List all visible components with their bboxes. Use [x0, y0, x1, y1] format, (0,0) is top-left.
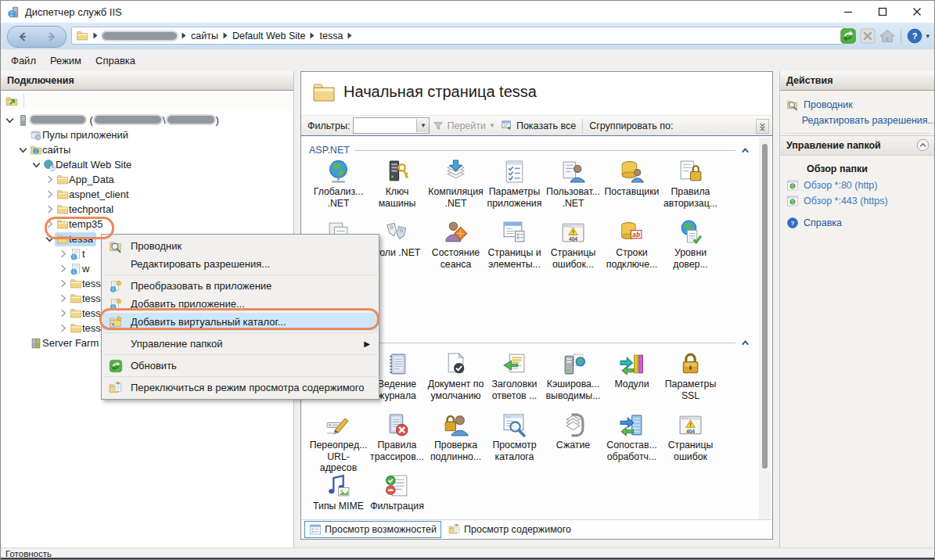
chevron-right-icon[interactable] [57, 248, 69, 260]
feature-resp-headers[interactable]: Заголовкиответов ... [485, 351, 544, 411]
feature-modules[interactable]: Модули [602, 351, 661, 411]
chevron-down-icon[interactable] [44, 233, 56, 245]
close-button[interactable] [900, 1, 934, 23]
feature-default-doc[interactable]: Документ поумолчанию [426, 351, 485, 411]
feature-authentication[interactable]: Проверкаподлинно... [426, 412, 485, 472]
help-dropdown-icon[interactable]: ▾ [926, 32, 930, 40]
feature-tracing[interactable]: Правилатрассиров... [368, 412, 426, 472]
minimize-button[interactable] [831, 1, 865, 23]
go-button[interactable]: Перейти [447, 120, 486, 131]
action-browse-80[interactable]: Обзор *:80 (http) [780, 178, 935, 193]
feature-ssl[interactable]: ПараметрыSSL [661, 351, 720, 411]
menu-справка[interactable]: Справка [88, 52, 142, 70]
collapse-section-icon[interactable] [740, 338, 750, 348]
expand-toolbar-icon[interactable] [756, 119, 769, 134]
back-icon[interactable] [16, 31, 29, 43]
tree-item-default-web-site[interactable]: ?Default Web Site [1, 157, 293, 172]
collapse-circle-icon[interactable] [916, 138, 930, 152]
forward-icon[interactable] [45, 31, 58, 43]
compilation-icon [443, 159, 469, 185]
feature-handler-mappings[interactable]: Сопостав...обработч... [602, 412, 661, 472]
vertical-scrollbar[interactable] [759, 138, 771, 519]
menu-item-switch-to-content-view[interactable]: Переключиться в режим просмотра содержим… [102, 379, 378, 397]
feature-globalization[interactable]: Глобализ....NET [309, 159, 368, 218]
tree-item-label: temp35 [69, 218, 102, 230]
chevron-right-icon[interactable] [44, 174, 56, 185]
scrollbar-thumb[interactable] [762, 144, 768, 468]
feature-dir-browsing[interactable]: Просмотркаталога [485, 412, 544, 472]
menu-item-explorer[interactable]: Проводник [102, 237, 378, 255]
feature-error-pages[interactable]: 404Страницыошибок [661, 412, 720, 472]
feature-compilation[interactable]: Компиляция.NET [426, 159, 485, 218]
feature-app-settings[interactable]: Параметрыприложения [485, 159, 544, 218]
menu-item-manage-folder[interactable]: Управление папкой▶ [102, 335, 378, 353]
tab-features-view[interactable]: Просмотр возможностей [304, 521, 441, 538]
menu-item-refresh[interactable]: Обновить [102, 357, 378, 375]
chevron-right-icon[interactable] [57, 263, 69, 275]
tree-item-techportal[interactable]: techportal [1, 202, 293, 217]
chevron-down-icon[interactable] [17, 144, 29, 156]
menu-item-add-application[interactable]: Добавить приложение... [102, 295, 378, 313]
chevron-down-icon[interactable] [31, 159, 42, 171]
tree-item-sites[interactable]: сайты [1, 142, 293, 157]
create-connection-icon[interactable] [5, 94, 19, 108]
breadcrumb[interactable]: сайтыDefault Web Sitetessa [71, 27, 844, 45]
chevron-right-icon[interactable] [44, 188, 56, 200]
feature-trust-levels[interactable]: Уровнидовер... [661, 220, 720, 279]
menu-item-edit-permissions[interactable]: Редактировать разрешения... [102, 255, 378, 273]
breadcrumb-item[interactable]: сайты [191, 31, 218, 41]
feature-auth-rules[interactable]: Правилаавторизац... [661, 159, 720, 218]
chevron-right-icon[interactable] [57, 322, 69, 334]
help-icon[interactable]: ? [906, 27, 923, 45]
breadcrumb-item[interactable]: tessa [319, 31, 343, 41]
feature-label: Типы MIME [313, 501, 364, 512]
tree-item-server[interactable]: (\) [1, 113, 293, 127]
filter-input[interactable]: ▼ [353, 117, 430, 134]
action-edit-permissions[interactable]: Редактировать разрешения... [780, 113, 935, 128]
compression-icon [560, 412, 586, 438]
refresh-icon[interactable] [840, 27, 857, 45]
conn-strings-icon: ab [619, 220, 645, 246]
chevron-right-icon[interactable] [57, 307, 69, 319]
feature-conn-strings[interactable]: abСтрокиподключе... [602, 220, 661, 279]
home-icon[interactable] [879, 27, 896, 45]
menu-режим[interactable]: Режим [43, 52, 88, 70]
chevron-right-icon[interactable] [44, 203, 56, 215]
tree-item-app-pools[interactable]: Пулы приложений [1, 127, 293, 142]
feature-net-error-pages[interactable]: 404Страницыошибок... [544, 220, 602, 279]
action-explorer[interactable]: Проводник [780, 97, 935, 113]
action-help[interactable]: ?Справка [780, 215, 935, 231]
maximize-button[interactable] [865, 1, 900, 23]
menu-файл[interactable]: Файл [4, 52, 43, 70]
show-all-button[interactable]: Показать все [516, 120, 576, 131]
chevron-down-icon[interactable] [4, 114, 16, 126]
menu-item-convert-to-application[interactable]: Преобразовать в приложение [102, 277, 378, 295]
feature-machine-key[interactable]: Ключмашины [368, 159, 426, 218]
feature-providers[interactable]: Поставщики [602, 159, 661, 218]
collapse-section-icon[interactable] [740, 145, 750, 156]
help-link-label: Справка [804, 217, 842, 228]
tree-item-temp35[interactable]: temp35 [1, 217, 293, 232]
chevron-right-icon[interactable] [44, 218, 56, 230]
chevron-right-icon[interactable] [57, 278, 69, 289]
section-header-aspnet: ASP.NET [309, 143, 750, 157]
menu-item-add-virtual-directory[interactable]: Добавить виртуальный каталог... [102, 313, 378, 331]
feature-request-filtering[interactable]: Фильтрация [368, 473, 426, 520]
tab-content-view[interactable]: Просмотр содержимого [444, 522, 575, 537]
feature-output-caching[interactable]: Кэширова...выводимы... [544, 351, 602, 411]
feature-net-users[interactable]: Пользоват....NET [544, 159, 602, 218]
feature-mime-types[interactable]: Типы MIME [309, 473, 368, 520]
menu-separator [103, 354, 377, 355]
chevron-right-icon[interactable] [57, 293, 69, 304]
feature-compression[interactable]: Сжатие [544, 412, 602, 472]
feature-pages-controls[interactable]: Страницы иэлементы... [485, 220, 544, 279]
tab-label: Просмотр содержимого [464, 524, 571, 535]
chevron-down-icon[interactable]: ▼ [416, 119, 429, 132]
tree-item-aspnet-client[interactable]: aspnet_client [1, 187, 293, 202]
breadcrumb-item[interactable]: Default Web Site [232, 31, 306, 41]
go-dropdown-icon[interactable]: ▼ [489, 122, 495, 129]
feature-session-state[interactable]: Состояниесеанса [426, 220, 485, 279]
feature-url-rewrite[interactable]: Переопред...URL-адресов [309, 412, 368, 472]
action-browse-443[interactable]: Обзор *:443 (https) [780, 193, 935, 209]
tree-item-app-data[interactable]: App_Data [1, 172, 293, 187]
